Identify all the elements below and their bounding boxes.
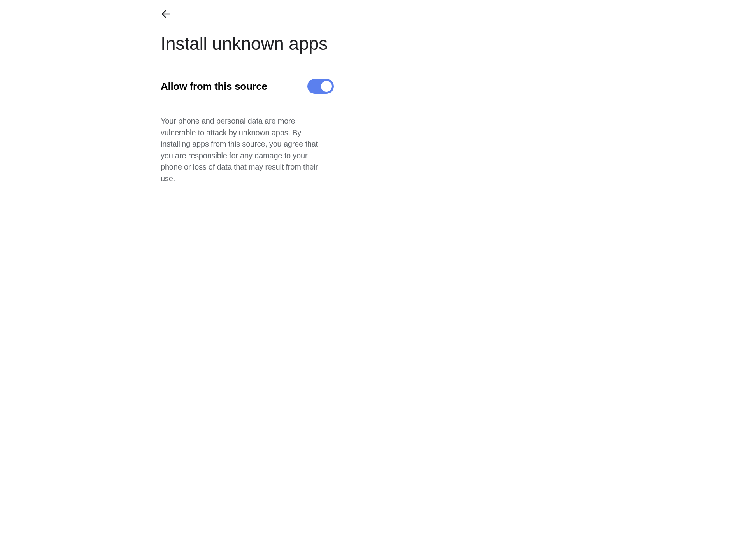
allow-source-setting-row[interactable]: Allow from this source bbox=[161, 79, 334, 94]
allow-source-label: Allow from this source bbox=[161, 80, 267, 93]
settings-page: Install unknown apps Allow from this sou… bbox=[0, 0, 747, 185]
toggle-knob bbox=[321, 81, 332, 92]
arrow-back-icon bbox=[160, 8, 172, 20]
page-title: Install unknown apps bbox=[161, 33, 747, 54]
warning-text: Your phone and personal data are more vu… bbox=[161, 116, 328, 185]
allow-source-toggle[interactable] bbox=[307, 79, 334, 94]
back-button[interactable] bbox=[157, 5, 175, 23]
